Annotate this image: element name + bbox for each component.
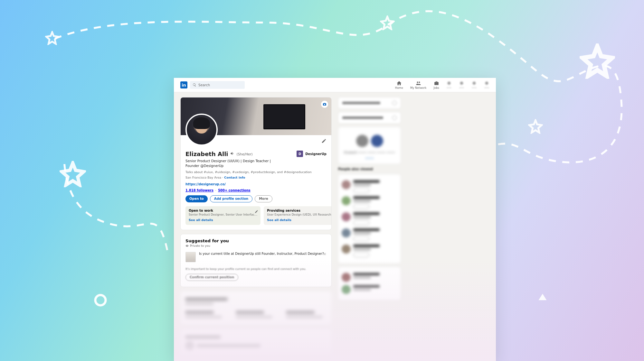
nav-jobs[interactable]: Jobs	[433, 80, 439, 89]
profile-card: Elizabeth Alli (She/Her) D DesignerUp	[180, 97, 332, 230]
speaker-icon	[230, 151, 234, 156]
star-icon	[60, 161, 86, 187]
edit-panel-button[interactable]	[255, 208, 258, 215]
location-line: San Francisco Bay Area · Contact info	[185, 176, 327, 179]
edit-cover-button[interactable]	[321, 101, 328, 108]
app-window: in Home My Network Jobs ••• ••• ••• •••	[174, 78, 496, 361]
suggested-card: Suggested for you Private to you Is your…	[180, 234, 332, 287]
search-input[interactable]	[190, 81, 245, 89]
company-name: DesignerUp	[305, 152, 327, 156]
nav-label: Home	[395, 86, 403, 89]
rail-card-1[interactable]	[338, 97, 401, 109]
svg-point-2	[460, 82, 463, 85]
camera-icon	[323, 102, 327, 106]
panel-title: Providing services	[267, 209, 332, 212]
talks-about: Talks about #uiux, #uidesign, #uxdesign,…	[185, 170, 327, 174]
open-to-button[interactable]: Open to	[185, 195, 208, 202]
suggested-title: Suggested for you	[185, 238, 327, 243]
star-icon	[580, 43, 615, 79]
triangle-icon	[538, 292, 547, 302]
providing-services-panel[interactable]: Providing services User Experience Desig…	[264, 206, 332, 225]
pencil-icon	[321, 138, 327, 143]
nav-blur-4[interactable]: •••	[484, 80, 489, 89]
people-also-viewed-list	[338, 174, 401, 264]
linkedin-logo[interactable]: in	[180, 81, 187, 88]
suggestion-question: Is your current title at DesignerUp stil…	[199, 252, 327, 255]
nav-blur-2[interactable]: •••	[459, 80, 464, 89]
followers-link[interactable]: 1,818 followers	[185, 189, 213, 192]
people-icon	[416, 80, 421, 86]
star-icon	[528, 119, 543, 134]
people-also-viewed-title: People also viewed	[338, 167, 401, 171]
nav-label: Jobs	[433, 86, 439, 89]
briefcase-icon	[434, 80, 439, 86]
panel-link[interactable]: See all details	[189, 218, 213, 222]
headline: Senior Product Designer (UI/UX) | Design…	[185, 159, 276, 168]
panel-link[interactable]: See all details	[267, 218, 291, 222]
more-button[interactable]: More	[255, 195, 272, 202]
nav-blur-1[interactable]: •••	[446, 80, 452, 89]
panel-desc: Senior Product Designer, Senior User Int…	[189, 213, 257, 216]
suggestion-thumb	[185, 252, 196, 262]
panel-desc: User Experience Design (UED), UX Researc…	[267, 213, 332, 216]
home-icon	[396, 80, 402, 86]
svg-point-4	[485, 82, 488, 85]
suggestion-hint: It's important to keep your profile curr…	[185, 267, 327, 271]
profile-name: Elizabeth Alli	[185, 151, 228, 157]
nav-label: My Network	[410, 86, 427, 89]
analytics-card	[180, 291, 332, 325]
company-link[interactable]: D DesignerUp	[297, 151, 327, 157]
list-item[interactable]	[342, 245, 397, 257]
star-icon	[45, 31, 59, 45]
pronounce-button[interactable]	[230, 151, 234, 157]
confirm-position-button[interactable]: Confirm current position	[185, 274, 238, 281]
company-logo: D	[297, 151, 303, 157]
list-item[interactable]	[342, 228, 397, 241]
connections-link[interactable]: 500+ connections	[218, 189, 251, 192]
add-section-button[interactable]: Add profile section	[210, 195, 252, 202]
search-icon	[193, 83, 196, 87]
rail-card-2[interactable]	[338, 112, 401, 124]
open-to-work-panel[interactable]: Open to work Senior Product Designer, Se…	[185, 206, 260, 225]
list-item[interactable]	[342, 285, 397, 294]
website-link[interactable]: https://designerup.co/	[185, 182, 327, 186]
list-item[interactable]	[342, 180, 397, 193]
eye-icon	[185, 244, 189, 247]
nav-network[interactable]: My Network	[410, 80, 427, 89]
blur-card-2	[180, 329, 332, 355]
rail-list-2	[338, 267, 401, 300]
top-nav: in Home My Network Jobs ••• ••• ••• •••	[174, 78, 496, 92]
cover-photo	[181, 97, 331, 135]
pronoun: (She/Her)	[236, 152, 252, 156]
contact-info-link[interactable]: Contact info	[224, 176, 245, 179]
panel-title: Open to work	[189, 209, 257, 212]
svg-point-1	[448, 82, 451, 85]
list-item[interactable]	[342, 196, 397, 209]
list-item[interactable]	[342, 273, 397, 282]
list-item[interactable]	[342, 212, 397, 225]
stats: 1,818 followers · 500+ connections	[185, 189, 327, 192]
nav-home[interactable]: Home	[395, 80, 403, 89]
pencil-icon	[255, 210, 258, 213]
edit-profile-button[interactable]	[321, 138, 327, 145]
rail-promo-card: Elizabeth ••••• ••••• ••••• ••••• •••••	[338, 127, 401, 164]
nav-blur-3[interactable]: •••	[471, 80, 477, 89]
star-icon	[380, 15, 395, 30]
svg-point-0	[95, 295, 106, 305]
privacy-label: Private to you	[185, 244, 327, 247]
search-box[interactable]	[190, 81, 245, 89]
svg-point-3	[473, 82, 476, 85]
